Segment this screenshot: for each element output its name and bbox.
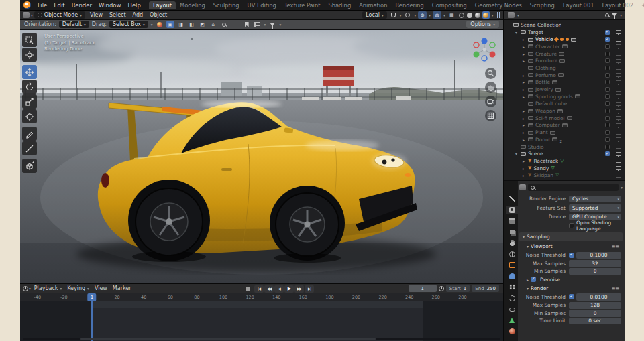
show-gizmo-icon[interactable]: ⊕ [418, 11, 427, 19]
timeline-track[interactable] [20, 301, 503, 341]
outliner-row-studio[interactable]: Studio [504, 143, 625, 151]
tool-extra-caret-icon[interactable]: ▾ [151, 23, 153, 27]
workspace-tab-[interactable]: + [637, 1, 644, 9]
screen-visibility-icon[interactable] [616, 137, 621, 141]
tool-select-box[interactable] [22, 33, 37, 47]
expand-arrow-icon[interactable]: ▸ [521, 166, 526, 171]
expand-arrow-icon[interactable]: ▾ [514, 151, 519, 156]
screen-visibility-icon[interactable] [616, 166, 621, 170]
outliner-row-bottle[interactable]: ▸Bottle [504, 79, 625, 86]
outliner-row-sandy[interactable]: ▸▼Sandy▽ [504, 165, 625, 172]
gizmo-caret-icon[interactable]: ▾ [429, 13, 431, 17]
outliner-editor-icon[interactable] [508, 12, 515, 18]
filter-icon[interactable] [268, 21, 276, 28]
field-min-samples[interactable]: 0 [569, 268, 621, 275]
outliner-filter-caret-icon[interactable]: ▾ [620, 13, 622, 17]
collection-checkbox[interactable] [605, 145, 610, 149]
viewport-menu-view[interactable]: View [87, 12, 106, 18]
outliner-row-scene-collection[interactable]: Scene Collection [504, 21, 625, 29]
collection-checkbox[interactable] [605, 73, 610, 78]
show-overlays-icon[interactable]: ◍ [433, 11, 441, 19]
field-feature-set[interactable]: Supported▾ [569, 204, 621, 212]
editor-type-icon[interactable] [23, 12, 30, 18]
nav-camera-button[interactable] [485, 96, 496, 107]
menu-window[interactable]: Window [95, 2, 125, 9]
nav-pan-button[interactable] [485, 82, 496, 93]
outliner-row-weapon[interactable]: ▸Weapon [504, 107, 625, 115]
screen-visibility-icon[interactable] [616, 116, 621, 120]
outliner-row-target[interactable]: ▾Target [504, 29, 625, 36]
checkbox-noise-threshold[interactable] [569, 294, 574, 299]
navigation-gizmo[interactable] [470, 36, 498, 66]
timeline-menu-keying[interactable]: Keying▾ [64, 285, 92, 291]
properties-breadcrumb-caret-icon[interactable]: ▾ [621, 186, 623, 190]
outliner-row-scene[interactable]: ▾Scene [504, 150, 625, 157]
properties-tab-physics[interactable] [506, 294, 518, 303]
workspace-tab-animation[interactable]: Animation [355, 1, 391, 9]
properties-tab-material[interactable] [506, 327, 518, 336]
proportional-editing-icon[interactable] [403, 11, 412, 19]
screen-visibility-icon[interactable] [616, 102, 621, 106]
collection-checkbox[interactable] [605, 87, 610, 92]
field-noise-threshold[interactable]: 0.1000 [576, 252, 621, 259]
properties-search[interactable] [528, 184, 619, 191]
outliner-row-donut[interactable]: ▸Donut2 [504, 136, 625, 143]
timeline-scrollbar[interactable] [23, 338, 500, 340]
outliner-row-skidpan[interactable]: ▸▼Skidpan▽ [504, 172, 625, 179]
workspace-tab-scripting[interactable]: Scripting [526, 1, 559, 9]
expand-arrow-icon[interactable]: ▸ [521, 44, 526, 49]
properties-tab-world[interactable] [506, 250, 518, 259]
viewport-menu-select[interactable]: Select [106, 12, 129, 18]
expand-arrow-icon[interactable]: ▸ [521, 123, 526, 127]
collection-checkbox[interactable] [605, 109, 610, 113]
blender-logo-icon[interactable] [23, 1, 31, 9]
falloff-slot-icon[interactable]: ⌂ [209, 21, 217, 28]
collection-checkbox[interactable] [605, 44, 610, 49]
next-keyframe-button[interactable]: ▶▶ [294, 285, 304, 293]
screen-visibility-icon[interactable] [616, 66, 621, 70]
filter-caret-icon[interactable]: ▾ [279, 23, 281, 27]
workspace-tab-compositing[interactable]: Compositing [428, 1, 471, 9]
viewport-menu-add[interactable]: Add [129, 12, 147, 18]
jump-to-end-button[interactable]: ▶| [305, 285, 314, 293]
outliner-filter-icon[interactable] [612, 13, 617, 17]
timeline-menu-view[interactable]: View [92, 285, 110, 291]
menu-render[interactable]: Render [68, 2, 95, 9]
properties-tab-tool[interactable] [506, 194, 518, 203]
properties-tab-particles[interactable] [506, 283, 518, 291]
tool-rotate[interactable] [22, 80, 37, 94]
collection-checkbox[interactable] [605, 94, 610, 99]
shading-caret-icon[interactable]: ▾ [492, 13, 494, 17]
properties-tab-view-layer[interactable] [506, 228, 518, 236]
tool-cursor[interactable] [22, 48, 37, 62]
properties-tab-constraints[interactable] [506, 305, 518, 314]
mode-dropdown[interactable]: Object Mode ▾ [34, 11, 85, 19]
collection-checkbox[interactable] [605, 37, 610, 42]
brush-slot-icon[interactable]: ◧ [188, 21, 196, 28]
playhead[interactable]: 1 [87, 293, 96, 301]
texture-slot-icon[interactable]: ◨ [177, 21, 185, 28]
viewport-menu-object[interactable]: Object [146, 12, 170, 18]
timeline-editor-icon[interactable] [23, 286, 28, 291]
expand-arrow-icon[interactable]: ▸ [521, 173, 526, 178]
collection-checkbox[interactable] [605, 151, 610, 156]
outliner-row-vehicle[interactable]: ▸Vehicle [504, 36, 625, 43]
panel-header-sampling[interactable]: ▾Sampling [519, 232, 623, 241]
shading-rendered-icon[interactable] [482, 11, 490, 19]
outliner-row-character[interactable]: ▸Character [504, 43, 625, 50]
options-button[interactable]: Options ▾ [466, 21, 499, 28]
preset-menu-icon[interactable]: ≡≡ [611, 243, 619, 249]
workspace-tab-rendering[interactable]: Rendering [391, 1, 427, 9]
workspace-tab-geometry-nodes[interactable]: Geometry Nodes [471, 1, 526, 9]
snap-magnet-icon[interactable] [389, 11, 398, 19]
expand-arrow-icon[interactable]: ▸ [521, 73, 526, 78]
timeline-menu-marker[interactable]: Marker [110, 285, 134, 291]
properties-tab-output[interactable] [506, 216, 518, 225]
screen-visibility-icon[interactable] [616, 123, 621, 127]
tool-scale[interactable] [22, 94, 37, 109]
screen-visibility-icon[interactable] [616, 109, 621, 113]
menu-help[interactable]: Help [124, 2, 144, 9]
expand-arrow-icon[interactable]: ▸ [521, 87, 526, 92]
outliner-search-icon[interactable] [605, 13, 609, 17]
nav-zoom-button[interactable] [485, 68, 496, 79]
